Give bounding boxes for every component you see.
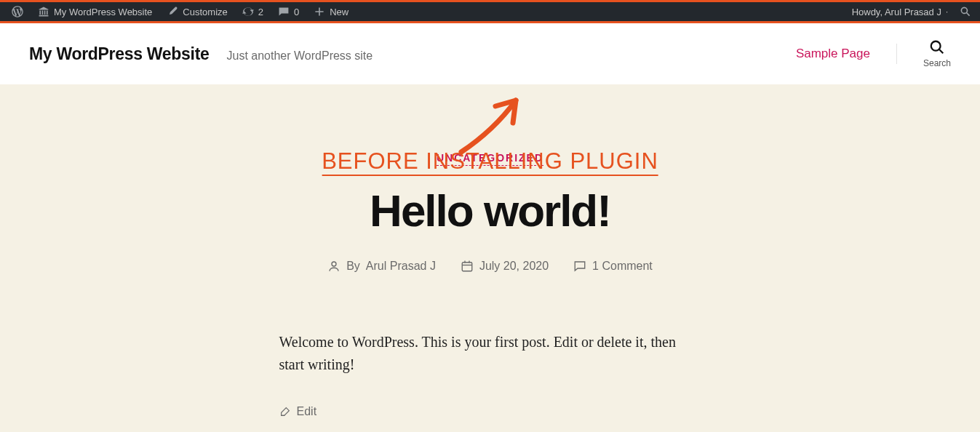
new-content-menu[interactable]: New [308, 2, 354, 21]
adminbar-new-label: New [330, 7, 348, 17]
post-author-meta: By Arul Prasad J [327, 260, 436, 273]
comment-outline-icon [573, 260, 586, 273]
nav-divider [896, 44, 897, 64]
adminbar-howdy: Howdy, Arul Prasad J [852, 7, 941, 17]
annotation-arrow-icon [450, 90, 538, 156]
site-tagline: Just another WordPress site [227, 49, 373, 63]
plus-icon [314, 6, 325, 17]
edit-icon [279, 406, 291, 417]
updates-menu[interactable]: 2 [236, 2, 269, 21]
customize-menu[interactable]: Customize [161, 2, 233, 21]
by-label: By [346, 260, 360, 273]
post-body-text: Welcome to WordPress. This is your first… [279, 331, 701, 376]
header-search-toggle[interactable]: Search [923, 39, 951, 68]
edit-label: Edit [297, 405, 317, 418]
person-icon [327, 260, 340, 273]
comments-menu[interactable]: 0 [272, 2, 305, 21]
header-search-label: Search [923, 58, 951, 68]
svg-rect-3 [462, 263, 472, 271]
wordpress-icon [12, 6, 23, 17]
howdy-menu[interactable]: Howdy, Arul Prasad J · [846, 2, 954, 21]
adminbar-right: Howdy, Arul Prasad J · [846, 2, 974, 21]
wp-logo-menu[interactable] [6, 2, 29, 21]
adminbar-left: My WordPress Website Customize 2 0 New [6, 2, 354, 21]
post-date: July 20, 2020 [479, 260, 549, 273]
post-author-link[interactable]: Arul Prasad J [366, 260, 436, 273]
site-header: My WordPress Website Just another WordPr… [0, 23, 980, 84]
edit-post-link[interactable]: Edit [279, 405, 701, 418]
refresh-icon [242, 6, 254, 17]
adminbar-search[interactable] [957, 2, 974, 21]
post-comments-meta[interactable]: 1 Comment [573, 260, 653, 273]
adminbar-updates-count: 2 [258, 7, 263, 17]
adminbar-comments-count: 0 [294, 7, 299, 17]
site-content: BEFORE INSTALLING PLUGIN UNCATEGORIZED H… [0, 84, 980, 432]
svg-line-1 [939, 49, 944, 54]
calendar-icon [461, 260, 474, 273]
svg-point-0 [931, 41, 941, 51]
adminbar-customize-label: Customize [183, 7, 227, 17]
wp-admin-bar: My WordPress Website Customize 2 0 New H… [0, 0, 980, 23]
post-comments-link[interactable]: 1 Comment [592, 260, 653, 273]
dashboard-icon [38, 6, 49, 17]
site-name-menu[interactable]: My WordPress Website [32, 2, 158, 21]
site-title[interactable]: My WordPress Website [29, 44, 210, 64]
post-title: Hello world! [236, 185, 745, 236]
site-branding: My WordPress Website Just another WordPr… [29, 44, 373, 64]
svg-point-2 [332, 262, 336, 266]
post-date-meta: July 20, 2020 [461, 260, 549, 273]
post-article: UNCATEGORIZED Hello world! By Arul Prasa… [236, 151, 745, 418]
nav-sample-page[interactable]: Sample Page [796, 47, 870, 61]
post-meta: By Arul Prasad J July 20, 2020 1 Comment [236, 260, 745, 273]
search-icon [929, 39, 945, 55]
comment-icon [278, 6, 290, 17]
adminbar-site-name: My WordPress Website [54, 7, 152, 17]
brush-icon [167, 6, 178, 17]
search-icon [960, 6, 971, 17]
annotation-label: BEFORE INSTALLING PLUGIN [322, 148, 658, 176]
header-nav: Sample Page Search [796, 39, 951, 68]
